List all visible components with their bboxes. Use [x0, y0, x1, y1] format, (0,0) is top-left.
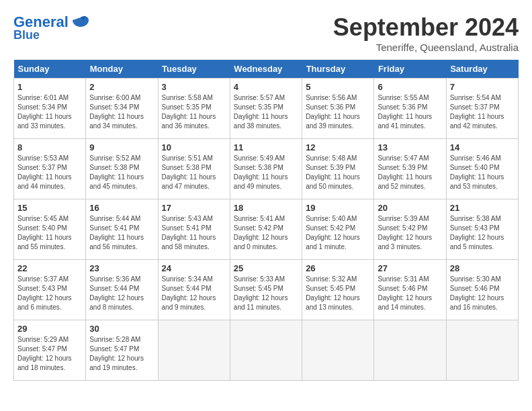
- day-info: Sunrise: 5:49 AMSunset: 5:38 PMDaylight:…: [234, 154, 298, 191]
- calendar-cell: 4Sunrise: 5:57 AMSunset: 5:35 PMDaylight…: [230, 79, 302, 139]
- calendar-cell: 25Sunrise: 5:33 AMSunset: 5:45 PMDayligh…: [230, 260, 302, 320]
- month-title: September 2024: [333, 13, 519, 42]
- calendar-cell: [158, 320, 230, 381]
- day-info: Sunrise: 5:39 AMSunset: 5:42 PMDaylight:…: [378, 214, 442, 252]
- day-number: 6: [378, 82, 442, 92]
- day-number: 27: [378, 263, 442, 273]
- day-info: Sunrise: 5:28 AMSunset: 5:47 PMDaylight:…: [89, 335, 154, 373]
- title-block: September 2024 Teneriffe, Queensland, Au…: [333, 13, 519, 53]
- column-header-tuesday: Tuesday: [158, 60, 230, 79]
- calendar-cell: 10Sunrise: 5:51 AMSunset: 5:38 PMDayligh…: [158, 139, 230, 199]
- day-number: 25: [234, 263, 298, 273]
- column-header-wednesday: Wednesday: [230, 60, 302, 79]
- day-info: Sunrise: 6:01 AMSunset: 5:34 PMDaylight:…: [17, 93, 82, 131]
- calendar-cell: 19Sunrise: 5:40 AMSunset: 5:42 PMDayligh…: [302, 199, 374, 260]
- day-number: 15: [17, 203, 82, 213]
- calendar-cell: [374, 320, 446, 381]
- calendar-cell: 21Sunrise: 5:38 AMSunset: 5:43 PMDayligh…: [446, 199, 518, 260]
- day-info: Sunrise: 5:31 AMSunset: 5:46 PMDaylight:…: [378, 275, 442, 312]
- day-number: 2: [89, 82, 154, 92]
- calendar-cell: 2Sunrise: 6:00 AMSunset: 5:34 PMDaylight…: [86, 79, 158, 139]
- column-header-sunday: Sunday: [14, 60, 86, 79]
- day-number: 1: [17, 82, 82, 92]
- logo: General Blue: [13, 13, 90, 42]
- calendar-cell: 8Sunrise: 5:53 AMSunset: 5:37 PMDaylight…: [14, 139, 86, 199]
- calendar-cell: 15Sunrise: 5:45 AMSunset: 5:40 PMDayligh…: [14, 199, 86, 260]
- day-info: Sunrise: 5:30 AMSunset: 5:46 PMDaylight:…: [450, 275, 515, 312]
- column-header-friday: Friday: [374, 60, 446, 79]
- day-info: Sunrise: 5:47 AMSunset: 5:39 PMDaylight:…: [378, 154, 442, 191]
- day-info: Sunrise: 5:56 AMSunset: 5:36 PMDaylight:…: [306, 93, 370, 131]
- day-number: 26: [306, 263, 370, 273]
- calendar-cell: 9Sunrise: 5:52 AMSunset: 5:38 PMDaylight…: [86, 139, 158, 199]
- column-header-thursday: Thursday: [302, 60, 374, 79]
- day-number: 14: [450, 142, 515, 152]
- day-info: Sunrise: 5:51 AMSunset: 5:38 PMDaylight:…: [162, 154, 226, 191]
- day-info: Sunrise: 5:46 AMSunset: 5:40 PMDaylight:…: [450, 154, 515, 191]
- page-header: General Blue September 2024 Teneriffe, Q…: [13, 13, 519, 53]
- day-number: 13: [378, 142, 442, 152]
- calendar-cell: 22Sunrise: 5:37 AMSunset: 5:43 PMDayligh…: [14, 260, 86, 320]
- day-number: 20: [378, 203, 442, 213]
- day-number: 11: [234, 142, 298, 152]
- day-number: 28: [450, 263, 515, 273]
- day-info: Sunrise: 5:43 AMSunset: 5:41 PMDaylight:…: [162, 214, 226, 252]
- calendar-cell: 26Sunrise: 5:32 AMSunset: 5:45 PMDayligh…: [302, 260, 374, 320]
- column-header-saturday: Saturday: [446, 60, 518, 79]
- calendar-cell: 11Sunrise: 5:49 AMSunset: 5:38 PMDayligh…: [230, 139, 302, 199]
- day-number: 5: [306, 82, 370, 92]
- logo-bird-icon: [71, 15, 90, 30]
- day-info: Sunrise: 5:45 AMSunset: 5:40 PMDaylight:…: [17, 214, 82, 252]
- day-info: Sunrise: 5:32 AMSunset: 5:45 PMDaylight:…: [306, 275, 370, 312]
- day-number: 23: [89, 263, 154, 273]
- day-number: 9: [89, 142, 154, 152]
- calendar-cell: 20Sunrise: 5:39 AMSunset: 5:42 PMDayligh…: [374, 199, 446, 260]
- day-info: Sunrise: 5:38 AMSunset: 5:43 PMDaylight:…: [450, 214, 515, 252]
- day-info: Sunrise: 5:40 AMSunset: 5:42 PMDaylight:…: [306, 214, 370, 252]
- day-info: Sunrise: 5:33 AMSunset: 5:45 PMDaylight:…: [234, 275, 298, 312]
- calendar-cell: [302, 320, 374, 381]
- column-header-monday: Monday: [86, 60, 158, 79]
- calendar-cell: [446, 320, 518, 381]
- day-number: 7: [450, 82, 515, 92]
- day-number: 12: [306, 142, 370, 152]
- calendar-week-row: 15Sunrise: 5:45 AMSunset: 5:40 PMDayligh…: [14, 199, 519, 260]
- calendar-cell: 29Sunrise: 5:29 AMSunset: 5:47 PMDayligh…: [14, 320, 86, 381]
- day-info: Sunrise: 6:00 AMSunset: 5:34 PMDaylight:…: [89, 93, 154, 131]
- calendar-cell: 13Sunrise: 5:47 AMSunset: 5:39 PMDayligh…: [374, 139, 446, 199]
- calendar-cell: 6Sunrise: 5:55 AMSunset: 5:36 PMDaylight…: [374, 79, 446, 139]
- day-info: Sunrise: 5:57 AMSunset: 5:35 PMDaylight:…: [234, 93, 298, 131]
- calendar-cell: 3Sunrise: 5:58 AMSunset: 5:35 PMDaylight…: [158, 79, 230, 139]
- calendar-cell: 16Sunrise: 5:44 AMSunset: 5:41 PMDayligh…: [86, 199, 158, 260]
- calendar-week-row: 29Sunrise: 5:29 AMSunset: 5:47 PMDayligh…: [14, 320, 519, 381]
- calendar-cell: 1Sunrise: 6:01 AMSunset: 5:34 PMDaylight…: [14, 79, 86, 139]
- day-number: 10: [162, 142, 226, 152]
- day-info: Sunrise: 5:58 AMSunset: 5:35 PMDaylight:…: [162, 93, 226, 131]
- calendar-cell: 27Sunrise: 5:31 AMSunset: 5:46 PMDayligh…: [374, 260, 446, 320]
- day-number: 8: [17, 142, 82, 152]
- calendar-week-row: 1Sunrise: 6:01 AMSunset: 5:34 PMDaylight…: [14, 79, 519, 139]
- day-number: 30: [89, 324, 154, 334]
- day-number: 22: [17, 263, 82, 273]
- calendar-week-row: 8Sunrise: 5:53 AMSunset: 5:37 PMDaylight…: [14, 139, 519, 199]
- day-number: 18: [234, 203, 298, 213]
- calendar-cell: 30Sunrise: 5:28 AMSunset: 5:47 PMDayligh…: [86, 320, 158, 381]
- day-info: Sunrise: 5:48 AMSunset: 5:39 PMDaylight:…: [306, 154, 370, 191]
- logo-blue-text: Blue: [13, 28, 40, 42]
- day-number: 21: [450, 203, 515, 213]
- day-number: 24: [162, 263, 226, 273]
- day-info: Sunrise: 5:37 AMSunset: 5:43 PMDaylight:…: [17, 275, 82, 312]
- calendar-cell: 17Sunrise: 5:43 AMSunset: 5:41 PMDayligh…: [158, 199, 230, 260]
- day-info: Sunrise: 5:55 AMSunset: 5:36 PMDaylight:…: [378, 93, 442, 131]
- calendar-week-row: 22Sunrise: 5:37 AMSunset: 5:43 PMDayligh…: [14, 260, 519, 320]
- calendar-cell: 12Sunrise: 5:48 AMSunset: 5:39 PMDayligh…: [302, 139, 374, 199]
- day-info: Sunrise: 5:36 AMSunset: 5:44 PMDaylight:…: [89, 275, 154, 312]
- calendar-cell: 23Sunrise: 5:36 AMSunset: 5:44 PMDayligh…: [86, 260, 158, 320]
- calendar-header-row: SundayMondayTuesdayWednesdayThursdayFrid…: [14, 60, 519, 79]
- day-info: Sunrise: 5:44 AMSunset: 5:41 PMDaylight:…: [89, 214, 154, 252]
- calendar-cell: 7Sunrise: 5:54 AMSunset: 5:37 PMDaylight…: [446, 79, 518, 139]
- day-info: Sunrise: 5:53 AMSunset: 5:37 PMDaylight:…: [17, 154, 82, 191]
- day-number: 29: [17, 324, 82, 334]
- calendar-cell: 5Sunrise: 5:56 AMSunset: 5:36 PMDaylight…: [302, 79, 374, 139]
- calendar-cell: 24Sunrise: 5:34 AMSunset: 5:44 PMDayligh…: [158, 260, 230, 320]
